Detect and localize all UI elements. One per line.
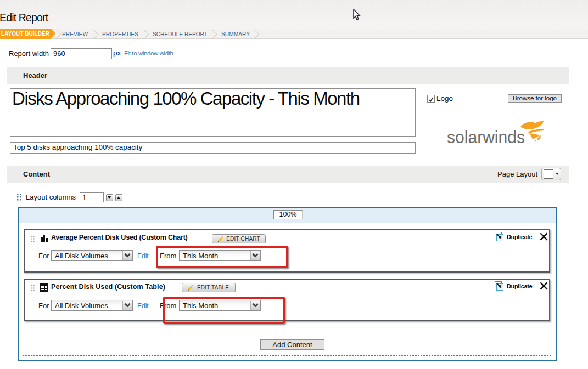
svg-text:solarwinds: solarwinds — [447, 128, 525, 147]
